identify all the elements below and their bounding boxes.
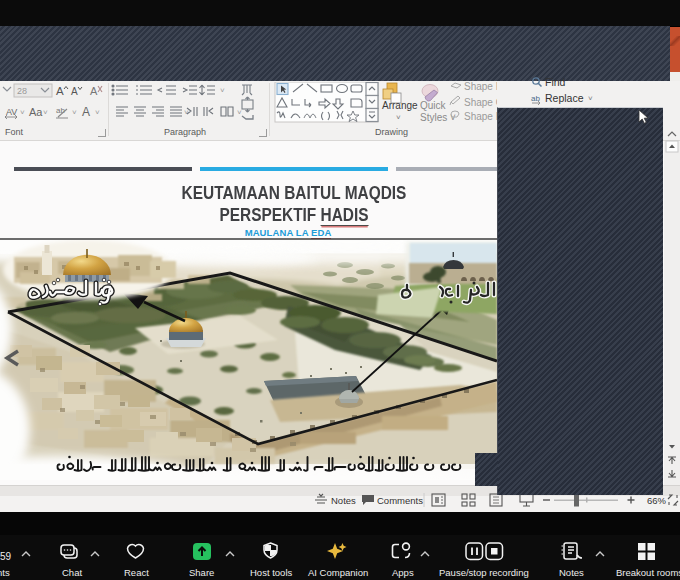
svg-text:Pause/stop recording: Pause/stop recording — [439, 567, 529, 578]
svg-text:˅: ˅ — [95, 108, 100, 117]
svg-text:28: 28 — [17, 86, 27, 96]
svg-text:Notes: Notes — [559, 567, 584, 578]
svg-text:˅: ˅ — [396, 113, 401, 122]
svg-text:Quick: Quick — [420, 100, 447, 111]
svg-text:Host tools: Host tools — [250, 567, 292, 578]
svg-text:59: 59 — [0, 551, 12, 562]
svg-text:Share: Share — [189, 567, 214, 578]
svg-text:A: A — [90, 85, 98, 97]
svg-text:Find: Find — [545, 76, 566, 88]
svg-text:Breakout rooms: Breakout rooms — [616, 567, 680, 578]
svg-text:nts: nts — [0, 567, 10, 578]
svg-text:˅: ˅ — [20, 108, 25, 117]
svg-text:66%: 66% — [647, 495, 667, 506]
svg-text:A: A — [71, 86, 78, 97]
svg-text:React: React — [124, 567, 149, 578]
svg-text:ab: ab — [56, 106, 65, 115]
svg-text:˅: ˅ — [220, 86, 225, 95]
svg-text:Apps: Apps — [392, 567, 414, 578]
svg-text:˅: ˅ — [72, 108, 77, 117]
svg-text:Arrange: Arrange — [382, 100, 418, 111]
svg-text:Chat: Chat — [62, 567, 82, 578]
svg-text:Aa: Aa — [29, 106, 43, 118]
svg-text:˅: ˅ — [43, 108, 48, 117]
svg-text:AI Companion: AI Companion — [308, 567, 368, 578]
svg-text:˅: ˅ — [588, 94, 593, 103]
svg-text:˅: ˅ — [237, 108, 242, 117]
svg-text:Comments: Comments — [377, 495, 423, 506]
svg-text:Notes: Notes — [331, 495, 356, 506]
svg-text:Shape Fill ˅: Shape Fill ˅ — [464, 82, 497, 92]
svg-text:Shape Outli: Shape Outli — [464, 97, 497, 108]
svg-text:A: A — [82, 105, 90, 119]
svg-text:A: A — [56, 85, 64, 97]
svg-text:Replace: Replace — [545, 92, 584, 104]
svg-text:Shape Effe: Shape Effe — [464, 111, 497, 122]
